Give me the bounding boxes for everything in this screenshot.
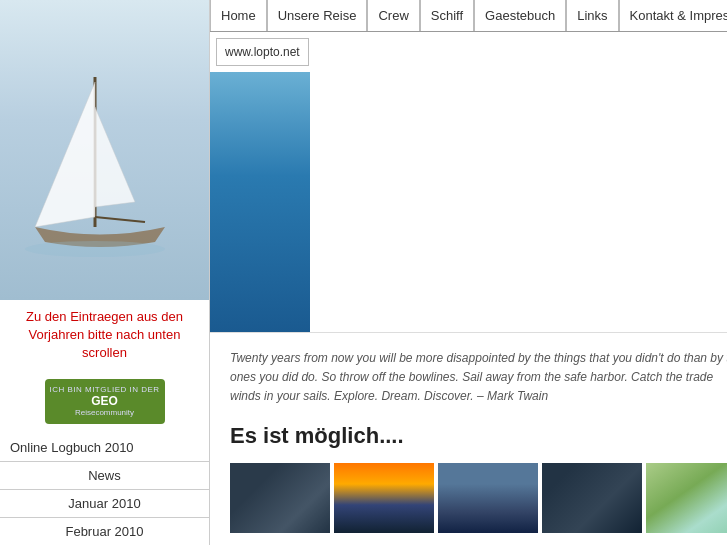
sea-visual xyxy=(210,72,310,332)
nav-item-unsere-reise[interactable]: Unsere Reise xyxy=(267,0,368,31)
photo-5[interactable] xyxy=(646,463,727,533)
sidebar-item-januar[interactable]: Januar 2010 xyxy=(0,489,209,517)
photo-4[interactable] xyxy=(542,463,642,533)
logbuch-title: Online Logbuch 2010 xyxy=(0,436,209,461)
nav-item-home[interactable]: Home xyxy=(210,0,267,31)
geo-community-badge[interactable]: ICH BIN MITGLIED IN DER GEO Reisecommuni… xyxy=(45,379,165,424)
photo-strip xyxy=(230,463,727,533)
nav-item-kontakt[interactable]: Kontakt & Impressum xyxy=(619,0,727,31)
red-notice-text: Zu den Eintraegen aus den Vorjahren bitt… xyxy=(10,308,199,363)
geo-line1: ICH BIN MITGLIED IN DER xyxy=(49,385,159,394)
url-display: www.lopto.net xyxy=(216,38,309,66)
svg-point-3 xyxy=(25,241,165,257)
sidebar-item-news[interactable]: News xyxy=(0,461,209,489)
svg-line-2 xyxy=(95,217,145,222)
page-container: Zu den Eintraegen aus den Vorjahren bitt… xyxy=(0,0,727,545)
boat-illustration xyxy=(5,27,195,290)
nav-item-gaestebuch[interactable]: Gaestebuch xyxy=(474,0,566,31)
header-area: www.lopto.net xyxy=(210,32,727,333)
content-area: Twenty years from now you will be more d… xyxy=(210,333,727,545)
boat-background xyxy=(0,0,209,300)
logbuch-section: Online Logbuch 2010 News Januar 2010 Feb… xyxy=(0,432,209,545)
nav-item-crew[interactable]: Crew xyxy=(367,0,419,31)
photo-2[interactable] xyxy=(334,463,434,533)
header-sea-image xyxy=(210,72,310,332)
scroll-notice: Zu den Eintraegen aus den Vorjahren bitt… xyxy=(0,300,209,371)
nav-item-schiff[interactable]: Schiff xyxy=(420,0,474,31)
photo-3[interactable] xyxy=(438,463,538,533)
photo-1[interactable] xyxy=(230,463,330,533)
sidebar-item-februar[interactable]: Februar 2010 xyxy=(0,517,209,545)
main-heading: Es ist möglich.... xyxy=(230,423,727,449)
mark-twain-quote: Twenty years from now you will be more d… xyxy=(230,349,727,407)
sidebar: Zu den Eintraegen aus den Vorjahren bitt… xyxy=(0,0,210,545)
geo-brand: GEO xyxy=(91,394,118,408)
top-navigation: Home Unsere Reise Crew Schiff Gaestebuch… xyxy=(210,0,727,32)
sidebar-top-image xyxy=(0,0,209,300)
geo-line2: Reisecommunity xyxy=(75,408,134,417)
main-content: Home Unsere Reise Crew Schiff Gaestebuch… xyxy=(210,0,727,545)
nav-item-links[interactable]: Links xyxy=(566,0,618,31)
